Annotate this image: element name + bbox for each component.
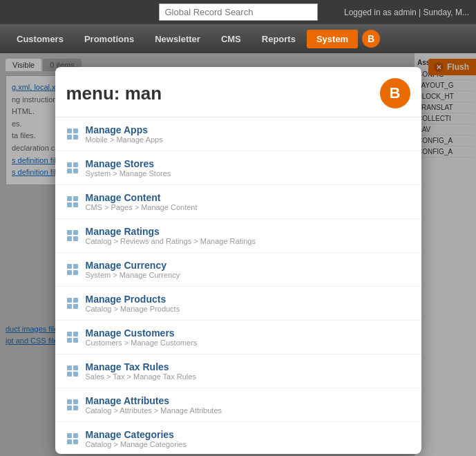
menu-item-icon-7	[66, 365, 79, 377]
menu-item-6[interactable]: Manage Customers Customers > Manage Cust…	[55, 321, 421, 354]
menu-item-path-7: Sales > Tax > Manage Tax Rules	[86, 372, 196, 381]
svg-rect-10	[67, 202, 72, 207]
menu-item-content-0: Manage Apps Mobile > Manage Apps	[86, 124, 163, 144]
menu-item-title-5: Manage Products	[86, 294, 180, 305]
svg-rect-18	[67, 270, 72, 275]
svg-rect-11	[73, 202, 78, 207]
svg-rect-29	[73, 365, 78, 370]
svg-rect-12	[67, 230, 72, 235]
menu-item-2[interactable]: Manage Content CMS > Pages > Manage Cont…	[55, 185, 421, 219]
menu-item-title-9: Manage Categories	[86, 429, 187, 440]
nav-item-customers[interactable]: Customers	[7, 30, 73, 48]
menu-item-4[interactable]: Manage Currency System > Manage Currency	[55, 253, 421, 287]
svg-rect-24	[67, 332, 72, 336]
menu-item-path-8: Catalog > Attributes > Manage Attributes	[86, 406, 222, 415]
svg-rect-27	[73, 338, 78, 343]
menu-item-icon-0	[66, 128, 79, 140]
menu-item-title-0: Manage Apps	[86, 124, 163, 135]
modal: B Manage Apps Mobile > Ma	[55, 67, 421, 454]
svg-rect-5	[73, 162, 78, 167]
svg-rect-20	[67, 298, 72, 303]
menu-item-path-4: System > Manage Currency	[86, 271, 180, 279]
menu-item-icon-8	[66, 399, 79, 411]
svg-rect-21	[73, 298, 78, 303]
svg-rect-14	[67, 236, 72, 241]
menu-item-3[interactable]: Manage Ratings Catalog > Reviews and Rat…	[55, 219, 421, 253]
svg-rect-25	[73, 332, 78, 336]
main-area: Visible 0 items g.xml, local.xml) a ng i…	[0, 53, 476, 456]
menu-item-8[interactable]: Manage Attributes Catalog > Attributes >…	[55, 388, 421, 422]
svg-rect-6	[67, 169, 72, 173]
svg-rect-2	[67, 135, 72, 140]
menu-item-title-7: Manage Tax Rules	[86, 361, 196, 372]
logged-in-text: Logged in as admin | Sunday, M...	[344, 8, 469, 17]
menu-item-path-1: System > Manage Stores	[86, 169, 171, 178]
nav-item-system[interactable]: System	[307, 30, 358, 48]
svg-rect-23	[73, 304, 78, 309]
top-bar: Logged in as admin | Sunday, M...	[0, 0, 476, 24]
svg-rect-7	[73, 169, 78, 173]
global-search-input[interactable]	[159, 3, 318, 21]
svg-rect-3	[73, 135, 78, 140]
menu-item-content-3: Manage Ratings Catalog > Reviews and Rat…	[86, 226, 256, 245]
menu-list: Manage Apps Mobile > Manage Apps	[55, 117, 421, 454]
menu-item-title-6: Manage Customers	[86, 327, 198, 339]
menu-item-title-8: Manage Attributes	[86, 395, 222, 406]
nav-item-newsletter[interactable]: Newsletter	[145, 30, 210, 48]
menu-item-path-3: Catalog > Reviews and Ratings > Manage R…	[86, 237, 256, 245]
svg-rect-4	[67, 162, 72, 167]
menu-item-1[interactable]: Manage Stores System > Manage Stores	[55, 151, 421, 185]
menu-item-content-2: Manage Content CMS > Pages > Manage Cont…	[86, 192, 198, 211]
svg-rect-19	[73, 270, 78, 275]
menu-item-content-1: Manage Stores System > Manage Stores	[86, 158, 171, 178]
modal-header: B	[55, 67, 421, 117]
menu-item-9[interactable]: Manage Categories Catalog > Manage Categ…	[55, 422, 421, 454]
menu-item-title-3: Manage Ratings	[86, 226, 256, 237]
svg-rect-15	[73, 236, 78, 241]
menu-item-5[interactable]: Manage Products Catalog > Manage Product…	[55, 287, 421, 321]
nav-b-icon[interactable]: B	[362, 30, 380, 48]
menu-item-content-9: Manage Categories Catalog > Manage Categ…	[86, 429, 187, 448]
svg-rect-34	[67, 406, 72, 410]
nav-item-reports[interactable]: Reports	[252, 30, 305, 48]
svg-rect-30	[67, 372, 72, 377]
svg-rect-31	[73, 372, 78, 377]
svg-rect-28	[67, 365, 72, 370]
svg-rect-38	[67, 439, 72, 444]
nav-item-promotions[interactable]: Promotions	[75, 30, 144, 48]
svg-rect-26	[67, 338, 72, 343]
menu-item-content-6: Manage Customers Customers > Manage Cust…	[86, 327, 198, 347]
svg-rect-8	[67, 196, 72, 201]
menu-item-0[interactable]: Manage Apps Mobile > Manage Apps	[55, 117, 421, 151]
modal-search-input[interactable]	[66, 83, 372, 104]
menu-item-path-6: Customers > Manage Customers	[86, 339, 198, 347]
svg-rect-22	[67, 304, 72, 309]
svg-rect-36	[67, 433, 72, 438]
menu-item-content-5: Manage Products Catalog > Manage Product…	[86, 294, 180, 313]
menu-item-path-2: CMS > Pages > Manage Content	[86, 203, 198, 211]
svg-rect-1	[73, 129, 78, 133]
menu-item-path-9: Catalog > Manage Categories	[86, 440, 187, 448]
modal-overlay: B Manage Apps Mobile > Ma	[0, 53, 476, 456]
menu-item-path-0: Mobile > Manage Apps	[86, 135, 163, 144]
menu-item-icon-4	[66, 263, 79, 276]
menu-item-title-2: Manage Content	[86, 192, 198, 203]
menu-item-title-1: Manage Stores	[86, 158, 171, 169]
menu-item-content-4: Manage Currency System > Manage Currency	[86, 260, 180, 279]
menu-item-icon-3	[66, 229, 79, 242]
menu-item-icon-9	[66, 433, 79, 445]
svg-rect-13	[73, 230, 78, 235]
nav-bar: Customers Promotions Newsletter CMS Repo…	[0, 24, 476, 53]
menu-item-path-5: Catalog > Manage Products	[86, 305, 180, 313]
svg-rect-35	[73, 406, 78, 410]
menu-item-content-8: Manage Attributes Catalog > Attributes >…	[86, 395, 222, 415]
menu-item-7[interactable]: Manage Tax Rules Sales > Tax > Manage Ta…	[55, 354, 421, 388]
svg-rect-0	[67, 129, 72, 133]
svg-rect-9	[73, 196, 78, 201]
svg-rect-39	[73, 439, 78, 444]
menu-item-title-4: Manage Currency	[86, 260, 180, 271]
svg-rect-32	[67, 399, 72, 404]
nav-item-cms[interactable]: CMS	[211, 30, 251, 48]
menu-item-icon-6	[66, 331, 79, 343]
svg-rect-16	[67, 264, 72, 269]
